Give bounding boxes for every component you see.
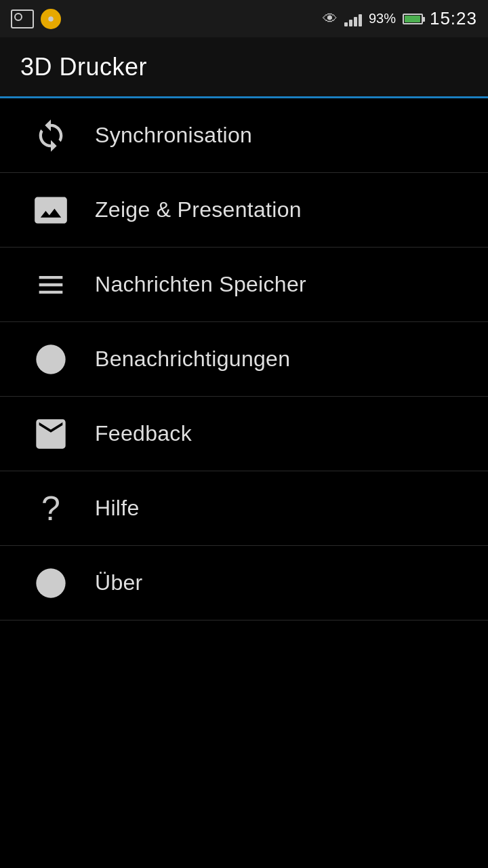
battery-icon: [403, 14, 423, 24]
menu-label-uber: Über: [95, 570, 143, 595]
signal-icon: [344, 12, 362, 26]
messages-icon: [27, 267, 75, 302]
menu-list: Synchronisation Zeige & Presentation Nac…: [0, 98, 488, 620]
eye-icon: 👁: [323, 10, 338, 28]
menu-item-zeige-presentation[interactable]: Zeige & Presentation: [0, 173, 488, 248]
menu-item-feedback[interactable]: Feedback: [0, 397, 488, 471]
svg-point-6: [49, 576, 52, 578]
app-notification-icon: [41, 9, 61, 29]
menu-label-feedback: Feedback: [95, 421, 192, 446]
menu-item-nachrichten-speicher[interactable]: Nachrichten Speicher: [0, 248, 488, 322]
help-icon: ?: [27, 492, 75, 526]
menu-label-benachrichtigungen: Benachrichtigungen: [95, 347, 290, 372]
photo-icon: [11, 9, 34, 28]
status-bar: 👁 93% 15:23: [0, 0, 488, 37]
image-icon: [27, 193, 75, 228]
battery-percent: 93%: [369, 11, 396, 26]
menu-label-zeige-presentation: Zeige & Presentation: [95, 197, 302, 222]
mail-icon: [27, 419, 75, 449]
menu-label-nachrichten-speicher: Nachrichten Speicher: [95, 272, 306, 297]
status-time: 15:23: [430, 8, 477, 29]
svg-point-1: [36, 344, 65, 374]
svg-point-0: [48, 16, 54, 22]
info-icon: [27, 566, 75, 601]
status-bar-right: 👁 93% 15:23: [323, 8, 477, 29]
menu-item-uber[interactable]: Über: [0, 546, 488, 620]
menu-item-synchronisation[interactable]: Synchronisation: [0, 98, 488, 173]
svg-point-3: [49, 363, 52, 366]
svg-point-4: [36, 568, 65, 597]
menu-item-benachrichtigungen[interactable]: Benachrichtigungen: [0, 322, 488, 397]
menu-item-hilfe[interactable]: ? Hilfe: [0, 471, 488, 546]
app-title: 3D Drucker: [20, 53, 147, 81]
sync-icon: [27, 118, 75, 153]
menu-label-synchronisation: Synchronisation: [95, 123, 252, 148]
menu-label-hilfe: Hilfe: [95, 496, 140, 521]
status-bar-left: [11, 9, 61, 29]
notification-icon: [27, 342, 75, 377]
app-bar: 3D Drucker: [0, 37, 488, 98]
